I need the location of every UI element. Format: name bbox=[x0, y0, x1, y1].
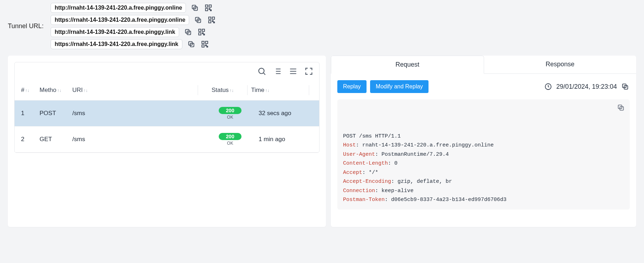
clock-icon bbox=[544, 82, 553, 91]
copy-icon[interactable] bbox=[190, 3, 199, 12]
table-row[interactable]: 1POST/sms200OK32 secs ago bbox=[15, 100, 319, 127]
tunnel-url-row: http://rnaht-14-139-241-220.a.free.pingg… bbox=[51, 27, 216, 37]
tunnel-url[interactable]: http://rnaht-14-139-241-220.a.free.pingg… bbox=[51, 3, 186, 13]
sort-icon[interactable]: ↑↓ bbox=[25, 88, 29, 93]
svg-rect-16 bbox=[199, 29, 201, 31]
svg-rect-26 bbox=[206, 45, 207, 46]
header-line: User-Agent: PostmanRuntime/7.29.4 bbox=[343, 150, 624, 159]
cell-status: 200OK bbox=[209, 133, 251, 146]
cell-num: 1 bbox=[21, 110, 40, 117]
tab-request[interactable]: Request bbox=[331, 56, 484, 74]
sort-icon[interactable]: ↑↓ bbox=[83, 88, 88, 93]
requests-toolbar bbox=[15, 62, 319, 80]
cell-uri: /sms bbox=[72, 110, 202, 117]
sort-icon[interactable]: ↑↓ bbox=[57, 88, 61, 93]
svg-rect-27 bbox=[207, 46, 208, 47]
svg-rect-18 bbox=[199, 33, 201, 35]
qrcode-icon[interactable] bbox=[204, 3, 213, 12]
header-line: Connection: keep-alive bbox=[343, 186, 624, 196]
request-tab-content: Replay Modify and Replay 29/01/2024, 19:… bbox=[331, 74, 636, 227]
requests-panel: #↑↓ Metho↑↓ URI↑↓ Status↑↓ Time↑↓ 1POST/… bbox=[8, 56, 326, 227]
cell-method: GET bbox=[40, 136, 72, 143]
svg-rect-23 bbox=[202, 41, 204, 43]
svg-rect-6 bbox=[211, 10, 212, 11]
svg-rect-4 bbox=[206, 9, 208, 11]
copy-headers-icon[interactable] bbox=[616, 103, 625, 112]
col-num-header[interactable]: # bbox=[21, 87, 24, 93]
svg-rect-11 bbox=[209, 21, 211, 23]
detail-tabs: Request Response bbox=[331, 56, 636, 74]
status-text: OK bbox=[227, 115, 233, 120]
tab-response[interactable]: Response bbox=[484, 56, 637, 73]
sort-icon[interactable]: ↑↓ bbox=[265, 88, 269, 93]
list-detailed-icon[interactable] bbox=[273, 67, 282, 76]
svg-rect-10 bbox=[212, 17, 214, 19]
header-divider bbox=[309, 85, 309, 95]
svg-rect-5 bbox=[209, 9, 210, 10]
copy-icon[interactable] bbox=[183, 27, 193, 37]
fullscreen-icon[interactable] bbox=[304, 67, 313, 76]
cell-method: POST bbox=[40, 110, 72, 117]
tunnel-url-row: http://rnaht-14-139-241-220.a.free.pingg… bbox=[51, 3, 216, 13]
svg-rect-19 bbox=[202, 33, 203, 34]
request-line: POST /sms HTTP/1.1 bbox=[343, 132, 624, 141]
cell-time: 1 min ago bbox=[259, 136, 313, 143]
cell-status: 200OK bbox=[209, 107, 251, 120]
svg-rect-20 bbox=[203, 34, 204, 35]
header-line: Accept-Encoding: gzip, deflate, br bbox=[343, 177, 624, 186]
header-line: Content-Length: 0 bbox=[343, 159, 624, 168]
sort-icon[interactable]: ↑↓ bbox=[229, 88, 234, 93]
col-time-header[interactable]: Time bbox=[251, 87, 264, 93]
requests-table: #↑↓ Metho↑↓ URI↑↓ Status↑↓ Time↑↓ 1POST/… bbox=[15, 80, 319, 153]
request-headers-block: POST /sms HTTP/1.1Host: rnaht-14-139-241… bbox=[337, 99, 630, 210]
col-method-header[interactable]: Metho bbox=[40, 87, 56, 93]
replay-button[interactable]: Replay bbox=[337, 80, 367, 93]
status-text: OK bbox=[227, 141, 233, 146]
copy-icon[interactable] bbox=[193, 15, 203, 25]
tunnel-url[interactable]: http://rnaht-14-139-241-220.a.free.pingg… bbox=[51, 27, 179, 37]
header-line: Accept: */* bbox=[343, 168, 624, 177]
svg-rect-2 bbox=[206, 5, 208, 7]
col-status-header[interactable]: Status bbox=[212, 87, 229, 93]
tunnel-url-row: https://rnaht-14-139-241-220.a.free.ping… bbox=[51, 39, 216, 49]
status-badge: 200 bbox=[219, 133, 241, 140]
qrcode-icon[interactable] bbox=[197, 27, 206, 37]
qrcode-icon[interactable] bbox=[207, 15, 216, 25]
request-timestamp: 29/01/2024, 19:23:04 bbox=[556, 83, 617, 91]
svg-rect-9 bbox=[209, 17, 211, 19]
header-line: Postman-Token: d06e5cb9-8337-4a23-b134-e… bbox=[343, 195, 624, 205]
header-line: Host: rnaht-14-139-241-220.a.free.pinggy… bbox=[343, 141, 624, 150]
copy-timestamp-icon[interactable] bbox=[620, 82, 630, 91]
svg-rect-24 bbox=[206, 41, 208, 43]
tunnel-url[interactable]: https://rnaht-14-139-241-220.a.free.ping… bbox=[51, 15, 189, 25]
svg-rect-17 bbox=[202, 29, 204, 31]
svg-rect-13 bbox=[214, 22, 215, 23]
tunnel-url[interactable]: https://rnaht-14-139-241-220.a.free.ping… bbox=[51, 39, 182, 49]
svg-rect-3 bbox=[209, 5, 211, 7]
cell-num: 2 bbox=[21, 136, 40, 143]
modify-and-replay-button[interactable]: Modify and Replay bbox=[370, 80, 429, 93]
table-row[interactable]: 2GET/sms200OK1 min ago bbox=[15, 127, 319, 153]
copy-icon[interactable] bbox=[187, 40, 196, 49]
tunnel-url-list: http://rnaht-14-139-241-220.a.free.pingg… bbox=[51, 3, 216, 49]
search-icon[interactable] bbox=[257, 67, 266, 76]
table-body: 1POST/sms200OK32 secs ago2GET/sms200OK1 … bbox=[15, 100, 319, 153]
tunnel-url-label: Tunnel URL: bbox=[8, 22, 43, 30]
table-header-row: #↑↓ Metho↑↓ URI↑↓ Status↑↓ Time↑↓ bbox=[15, 80, 319, 100]
svg-point-28 bbox=[259, 68, 264, 73]
detail-panel: Request Response Replay Modify and Repla… bbox=[331, 56, 636, 227]
list-compact-icon[interactable] bbox=[289, 67, 298, 76]
col-uri-header[interactable]: URI bbox=[72, 87, 83, 93]
header-divider bbox=[247, 85, 248, 95]
svg-rect-12 bbox=[212, 21, 213, 22]
svg-rect-25 bbox=[202, 45, 204, 47]
tunnel-url-section: Tunnel URL: http://rnaht-14-139-241-220.… bbox=[0, 0, 644, 52]
cell-time: 32 secs ago bbox=[259, 110, 313, 117]
header-divider bbox=[198, 85, 198, 95]
svg-line-29 bbox=[264, 73, 265, 75]
cell-uri: /sms bbox=[72, 136, 202, 143]
qrcode-icon[interactable] bbox=[200, 40, 209, 49]
status-badge: 200 bbox=[219, 107, 241, 114]
tunnel-url-row: https://rnaht-14-139-241-220.a.free.ping… bbox=[51, 15, 216, 25]
